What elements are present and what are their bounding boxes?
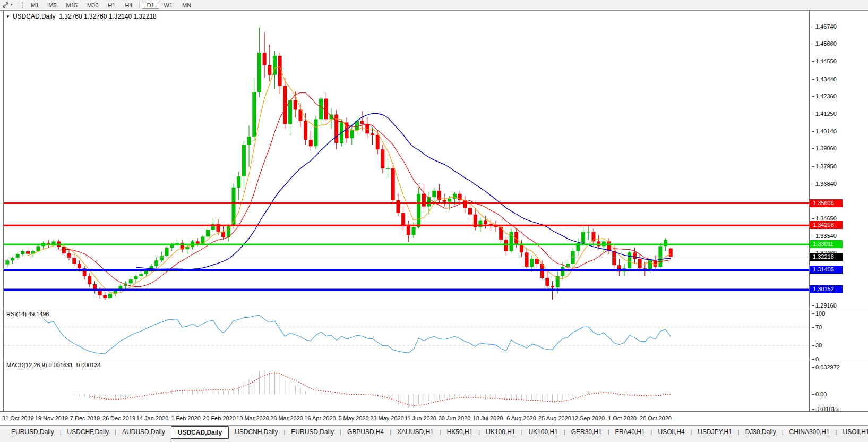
chart-symbol-period: USDCAD,Daily — [13, 13, 56, 20]
timeframe-button-m15[interactable]: M15 — [62, 1, 82, 9]
chart-tab-china300-h1[interactable]: CHINA300,H1 — [784, 427, 836, 438]
rsi-panel[interactable]: RSI(14) 49.1496 — [0, 309, 868, 360]
chart-tab-eurusd-daily[interactable]: EURUSD,Daily — [285, 427, 340, 438]
hline-price-badge: 1.33011 — [810, 240, 843, 248]
chart-tab-hk50-h1[interactable]: HK50,H1 — [441, 427, 479, 438]
chart-tab-ger30-h1[interactable]: GER30,H1 — [565, 427, 608, 438]
price-axis-line — [809, 11, 810, 412]
date-axis-label: 14 Jan 2020 — [136, 415, 169, 421]
price-axis-tick: 1.43440 — [812, 75, 837, 83]
timeframe-button-m1[interactable]: M1 — [26, 1, 44, 9]
date-axis-label: 7 Dec 2019 — [70, 415, 100, 421]
macd-axis-tick: 0.032972 — [812, 363, 840, 371]
chart-tab-dj30-daily[interactable]: DJ30,Daily — [740, 427, 782, 438]
chart-tab-xauusd-h1[interactable]: XAUUSD,H1 — [391, 427, 440, 438]
timeframe-buttons: M1M5M15M30H1H4D1W1MN — [26, 1, 196, 9]
price-axis-tick: 1.46740 — [812, 23, 837, 31]
plot-left-border — [3, 11, 4, 412]
timeframe-button-h1[interactable]: H1 — [103, 1, 120, 9]
rsi-axis-tick: 70 — [812, 324, 822, 332]
macd-signal-line — [90, 373, 671, 405]
chart-tab-uk100-h1[interactable]: UK100,H1 — [522, 427, 563, 438]
macd-panel[interactable]: MACD(12,26,9) 0.001631 -0.000134 — [0, 360, 868, 412]
date-axis-label: 23 May 2020 — [370, 415, 404, 421]
price-axis-tick: 1.39060 — [812, 144, 837, 152]
date-axis-label: 6 Aug 2020 — [506, 415, 536, 421]
ma-slow-line — [136, 113, 671, 269]
hline-price-badge: 1.34206 — [810, 221, 843, 229]
price-axis-tick: 1.45660 — [812, 40, 837, 48]
chart-tab-gbpusd-h4[interactable]: GBPUSD,H4 — [341, 427, 390, 438]
chart-tab-usdjpy-h1[interactable]: USDJPY,H1 — [692, 427, 737, 438]
price-axis-tick: 1.36840 — [812, 180, 837, 188]
ma-medium-line — [59, 92, 671, 286]
price-axis-tick: 1.42360 — [812, 92, 837, 100]
timeframe-button-m30[interactable]: M30 — [82, 1, 103, 9]
date-axis-label: 25 Aug 2020 — [538, 415, 571, 421]
timeframe-button-h4[interactable]: H4 — [120, 1, 137, 9]
chart-window[interactable]: ▼USDCAD,Daily 1.32760 1.32760 1.32140 1.… — [0, 10, 868, 424]
timeframe-button-d1[interactable]: D1 — [142, 1, 159, 9]
price-axis-tick: 1.33540 — [812, 232, 837, 240]
rsi-axis-tick: 0 — [812, 355, 819, 363]
dropdown-arrow-icon[interactable]: ▼ — [10, 3, 15, 6]
chart-ohlc-values: 1.32760 1.32760 1.32140 1.32218 — [59, 13, 157, 20]
chart-tab-usdcad-daily[interactable]: USDCAD,Daily — [171, 426, 229, 439]
date-axis-label: 1 Feb 2020 — [171, 415, 201, 421]
price-axis-tick: 1.29160 — [812, 302, 837, 310]
date-axis-label: 31 Oct 2019 — [2, 415, 34, 421]
candles-layer — [5, 28, 672, 300]
hline-price-badge: 1.31405 — [810, 266, 843, 274]
date-axis-label: 11 Jun 2020 — [405, 415, 436, 421]
date-axis-label: 28 Mar 2020 — [270, 415, 303, 421]
rsi-line — [44, 315, 671, 354]
date-axis-label: 10 Mar 2020 — [236, 415, 269, 421]
price-axis-tick: 1.44550 — [812, 57, 837, 65]
toolbar-separator — [139, 2, 140, 8]
date-axis: 31 Oct 201919 Nov 20197 Dec 201926 Dec 2… — [0, 412, 868, 425]
date-axis-label: 5 May 2020 — [338, 415, 368, 421]
rsi-axis-tick: 30 — [812, 342, 822, 350]
macd-chart-canvas — [4, 360, 809, 411]
toolbar-grip-handle[interactable] — [22, 2, 23, 8]
rsi-chart-canvas — [4, 309, 809, 360]
current-price-badge: 1.32218 — [810, 253, 843, 261]
price-axis-tick: 1.37950 — [812, 163, 837, 171]
chart-tab-audusd-daily[interactable]: AUDUSD,Daily — [116, 427, 171, 438]
price-axis-tick: 1.41250 — [812, 110, 837, 118]
hline-price-badge: 1.35606 — [810, 199, 843, 207]
chart-tabs: EURUSD,Daily|USDCHF,Daily|AUDUSD,DailyUS… — [5, 427, 868, 439]
timeframe-button-mn[interactable]: MN — [177, 1, 196, 9]
date-axis-label: 20 Feb 2020 — [203, 415, 236, 421]
diagonal-arrows-icon[interactable] — [1, 2, 10, 8]
chart-tab-usdcnh-daily[interactable]: USDCNH,Daily — [229, 427, 283, 438]
macd-histogram — [69, 370, 671, 408]
date-axis-label: 1 Oct 2020 — [608, 415, 637, 421]
date-axis-label: 18 Jul 2020 — [473, 415, 503, 421]
date-axis-label: 26 Dec 2019 — [102, 415, 135, 421]
chart-tab-eurusd-daily[interactable]: EURUSD,Daily — [5, 427, 60, 438]
window-menu-icon[interactable]: ▼ — [6, 14, 10, 19]
date-axis-label: 16 Apr 2020 — [304, 415, 336, 421]
timeframe-button-w1[interactable]: W1 — [159, 1, 178, 9]
chart-tab-bar: EURUSD,Daily|USDCHF,Daily|AUDUSD,DailyUS… — [0, 425, 868, 442]
price-axis-tick: 1.40140 — [812, 128, 837, 135]
date-axis-label: 12 Sep 2020 — [572, 415, 605, 421]
toolbar-separator — [18, 2, 18, 8]
toolbar: ▼ M1M5M15M30H1H4D1W1MN — [0, 0, 868, 10]
macd-axis-tick: 0.00 — [812, 390, 827, 398]
hline-price-badge: 1.30152 — [810, 285, 843, 293]
date-axis-label: 20 Oct 2020 — [640, 415, 672, 421]
rsi-axis-tick: 100 — [812, 310, 825, 318]
date-axis-label: 19 Nov 2019 — [35, 415, 68, 421]
chart-tab-usdchf-daily[interactable]: USDCHF,Daily — [62, 427, 115, 438]
timeframe-button-m5[interactable]: M5 — [44, 1, 61, 9]
date-axis-label: 30 Jun 2020 — [439, 415, 471, 421]
chart-tab-usoil-h1[interactable]: USOil,H1 — [837, 427, 868, 438]
chart-tab-fra40-h1[interactable]: FRA40,H1 — [609, 427, 651, 438]
chart-tab-uk100-h1[interactable]: UK100,H1 — [480, 427, 521, 438]
chart-title: ▼USDCAD,Daily 1.32760 1.32760 1.32140 1.… — [6, 13, 157, 20]
chart-tab-usoil-h4[interactable]: USOil,H4 — [652, 427, 690, 438]
price-panel[interactable] — [0, 11, 868, 309]
price-chart-canvas — [4, 11, 809, 309]
